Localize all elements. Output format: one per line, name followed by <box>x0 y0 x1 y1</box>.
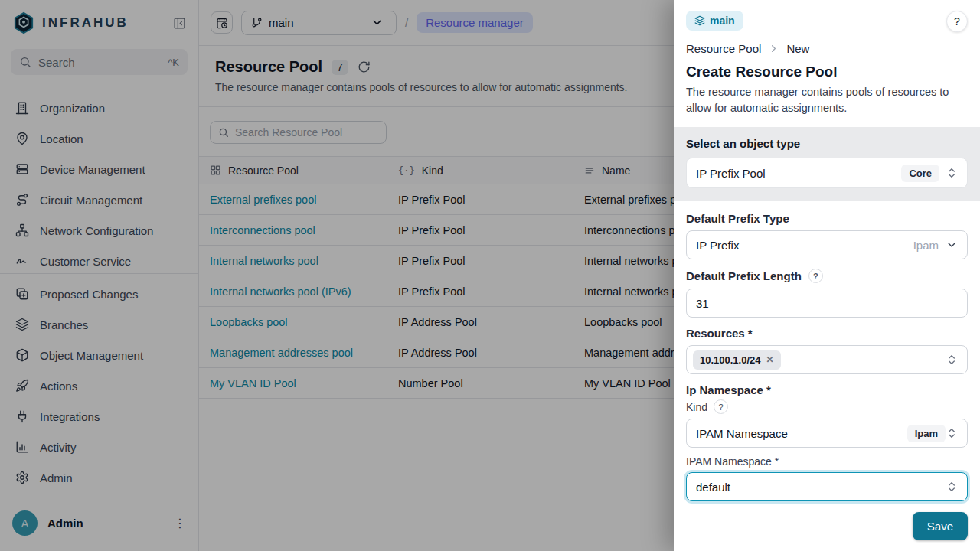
drawer-title: Create Resource Pool <box>686 64 968 80</box>
resources-multiselect[interactable]: 10.100.1.0/24 ✕ <box>686 345 968 374</box>
resources-label: Resources * <box>686 327 968 340</box>
create-resource-pool-drawer: main ? Resource Pool New Create Resource… <box>674 0 980 551</box>
drawer-form: Default Prefix Type IP Prefix Ipam Defau… <box>674 201 980 501</box>
namespace-badge: Core <box>901 165 939 182</box>
kind-label-row: Kind ? <box>686 399 968 414</box>
default-prefix-length-input[interactable]: 31 <box>686 289 968 318</box>
default-prefix-type-value: IP Prefix <box>696 239 913 252</box>
object-type-select[interactable]: IP Prefix Pool Core <box>686 158 968 188</box>
kind-label: Kind <box>686 401 707 413</box>
chevrons-up-down-icon <box>946 167 958 179</box>
drawer-breadcrumb: Resource Pool New <box>686 42 968 55</box>
branch-badge[interactable]: main <box>686 11 743 31</box>
resource-chip: 10.100.1.0/24 ✕ <box>693 350 781 370</box>
default-prefix-type-label: Default Prefix Type <box>686 212 968 225</box>
chevrons-up-down-icon <box>946 481 958 493</box>
object-type-section: Select an object type IP Prefix Pool Cor… <box>674 127 980 201</box>
chevrons-up-down-icon <box>946 354 958 366</box>
breadcrumb-new: New <box>786 42 809 55</box>
default-prefix-length-label: Default Prefix Length <box>686 269 802 282</box>
ipam-namespace-select[interactable]: default <box>686 472 968 501</box>
namespace-badge: Ipam <box>907 425 946 442</box>
resource-chip-label: 10.100.1.0/24 <box>700 354 761 366</box>
object-type-label: Select an object type <box>686 137 968 150</box>
chevrons-up-down-icon <box>946 427 958 439</box>
chevron-down-icon <box>946 239 958 251</box>
kind-select[interactable]: IPAM Namespace Ipam <box>686 419 968 448</box>
ip-namespace-group-label: Ip Namespace * <box>686 383 968 396</box>
branch-badge-label: main <box>710 15 735 27</box>
drawer-description: The resource manager contains pools of r… <box>686 84 968 116</box>
default-prefix-length-label-row: Default Prefix Length ? <box>686 269 968 283</box>
chevron-right-icon <box>768 43 779 54</box>
default-prefix-length-value: 31 <box>696 297 958 310</box>
breadcrumb-resource-pool[interactable]: Resource Pool <box>686 42 761 55</box>
ipam-namespace-label: IPAM Namespace * <box>686 455 968 468</box>
kind-value: IPAM Namespace <box>696 427 907 440</box>
drawer-header: main ? Resource Pool New Create Resource… <box>674 0 980 127</box>
save-button[interactable]: Save <box>913 512 968 540</box>
default-prefix-type-select[interactable]: IP Prefix Ipam <box>686 230 968 259</box>
ipam-namespace-value: default <box>696 481 946 494</box>
default-prefix-type-hint: Ipam <box>913 239 939 252</box>
layers-icon <box>694 15 705 26</box>
drawer-footer: Save <box>674 501 980 551</box>
help-button[interactable]: ? <box>946 11 968 32</box>
question-mark-icon[interactable]: ? <box>808 269 823 283</box>
object-type-value: IP Prefix Pool <box>696 167 895 180</box>
question-mark-icon[interactable]: ? <box>714 399 728 414</box>
remove-chip-icon[interactable]: ✕ <box>766 354 774 365</box>
